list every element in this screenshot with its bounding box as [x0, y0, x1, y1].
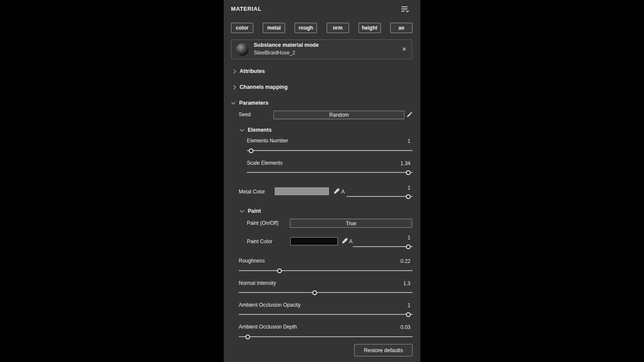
- panel-menu-icon[interactable]: [401, 6, 409, 12]
- section-paint-label: Paint: [248, 208, 261, 214]
- channel-button-metal[interactable]: metal: [263, 23, 285, 33]
- restore-defaults-button[interactable]: Restore defaults: [354, 344, 413, 356]
- slider-track: [239, 336, 413, 337]
- normal-intensity-value: 1.3: [403, 281, 410, 287]
- chevron-right-icon: [232, 69, 236, 73]
- slider-track: [239, 270, 413, 271]
- material-name: SteelBraidHose_2: [254, 50, 295, 56]
- section-attributes-label: Attributes: [240, 68, 265, 74]
- paint-color-alpha-value: 1: [407, 235, 410, 241]
- slider-handle[interactable]: [312, 290, 317, 295]
- paint-color-alpha-slider[interactable]: [353, 244, 413, 249]
- ao-opacity-label: Ambient Occlusion Opacity: [239, 302, 301, 308]
- section-parameters[interactable]: Parameters: [232, 99, 268, 107]
- slider-handle[interactable]: [406, 312, 410, 317]
- panel-title: MATERIAL: [231, 6, 261, 12]
- channel-buttons-row: color metal rough nrm height ao: [231, 23, 413, 33]
- section-parameters-label: Parameters: [239, 100, 268, 106]
- ao-opacity-value: 1: [407, 302, 410, 308]
- slider-handle[interactable]: [406, 194, 410, 199]
- metal-color-swatch[interactable]: [275, 187, 329, 195]
- slider-track: [239, 292, 413, 293]
- material-mode-title: Substance material mode: [254, 42, 319, 48]
- material-slot[interactable]: Substance material mode SteelBraidHose_2…: [231, 39, 412, 59]
- elements-number-label: Elements Number: [247, 138, 288, 144]
- roughness-label: Roughness: [239, 258, 265, 264]
- slider-track: [353, 246, 413, 247]
- scale-elements-label: Scale Elements: [247, 160, 283, 166]
- material-panel: MATERIAL color metal rough nrm height ao: [224, 0, 420, 362]
- elements-number-slider[interactable]: [247, 148, 413, 153]
- channel-button-rough[interactable]: rough: [295, 23, 317, 33]
- paint-color-label: Paint Color: [247, 238, 272, 244]
- edit-pencil-icon[interactable]: [406, 112, 413, 118]
- scale-elements-slider[interactable]: [247, 170, 413, 175]
- paint-toggle-button[interactable]: True: [290, 219, 412, 228]
- material-thumbnail: [236, 43, 249, 56]
- slider-track: [247, 172, 413, 173]
- section-attributes[interactable]: Attributes: [232, 67, 265, 75]
- roughness-slider[interactable]: [239, 268, 413, 273]
- slider-track: [239, 314, 413, 315]
- section-paint[interactable]: Paint: [240, 207, 261, 215]
- color-picker-icon[interactable]: [342, 238, 348, 244]
- channel-button-height[interactable]: height: [358, 23, 381, 33]
- slider-track: [247, 150, 413, 151]
- slider-handle[interactable]: [406, 170, 410, 175]
- elements-number-value: 1: [407, 138, 410, 144]
- chevron-down-icon: [231, 100, 236, 105]
- ao-opacity-slider[interactable]: [239, 312, 413, 317]
- chevron-right-icon: [232, 85, 236, 89]
- alpha-label: A: [349, 238, 352, 244]
- roughness-value: 0.22: [401, 258, 410, 264]
- section-elements-label: Elements: [248, 127, 272, 133]
- slider-handle[interactable]: [277, 268, 282, 273]
- slider-handle[interactable]: [406, 244, 411, 249]
- section-channels-mapping-label: Channels mapping: [240, 84, 288, 90]
- chevron-down-icon: [240, 127, 244, 132]
- channel-button-ao[interactable]: ao: [390, 23, 413, 33]
- metal-color-alpha-slider[interactable]: [346, 194, 413, 199]
- ao-depth-value: 0.03: [401, 324, 410, 330]
- ao-depth-label: Ambient Occlusion Depth: [239, 324, 297, 330]
- paint-color-swatch[interactable]: [290, 237, 338, 245]
- normal-intensity-label: Normal Intensity: [239, 280, 276, 286]
- slider-handle[interactable]: [246, 335, 250, 339]
- scale-elements-value: 1.34: [401, 160, 410, 166]
- paint-toggle-label: Paint (On/Off): [247, 220, 279, 226]
- metal-color-alpha-value: 1: [407, 185, 410, 191]
- seed-label: Seed: [239, 112, 251, 118]
- close-icon[interactable]: ✕: [402, 46, 407, 52]
- channel-button-color[interactable]: color: [231, 23, 253, 33]
- normal-intensity-slider[interactable]: [239, 290, 413, 295]
- channel-button-nrm[interactable]: nrm: [327, 23, 349, 33]
- seed-value-button[interactable]: Random: [273, 111, 404, 119]
- metal-color-label: Metal Color: [239, 189, 265, 195]
- alpha-label: A: [341, 189, 345, 195]
- chevron-down-icon: [240, 208, 244, 213]
- section-elements[interactable]: Elements: [240, 126, 272, 134]
- slider-handle[interactable]: [249, 148, 254, 153]
- color-picker-icon[interactable]: [334, 188, 340, 194]
- slider-track: [346, 196, 413, 197]
- section-channels-mapping[interactable]: Channels mapping: [232, 83, 288, 91]
- ao-depth-slider[interactable]: [239, 334, 413, 339]
